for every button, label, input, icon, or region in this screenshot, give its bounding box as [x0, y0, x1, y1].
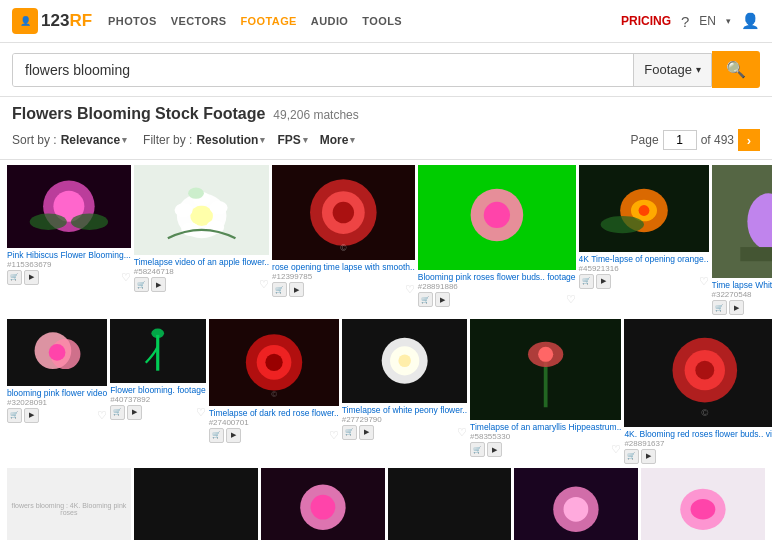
list-item[interactable]: © rose opening time lapse with smooth.. … [272, 165, 415, 315]
list-item[interactable] [514, 468, 638, 540]
nav-vectors[interactable]: VECTORS [171, 15, 227, 27]
list-item[interactable]: Time lapse White crocus in a bunch.. foo… [712, 165, 772, 315]
item-id: #32270548 [712, 290, 772, 299]
add-to-cart-icon[interactable]: 🛒 [7, 408, 22, 423]
thumbnail [470, 319, 621, 420]
nav-footage[interactable]: FOOTAGE [240, 15, 296, 27]
page-input[interactable] [663, 130, 697, 150]
add-to-cart-icon[interactable]: 🛒 [7, 270, 22, 285]
play-icon[interactable]: ▶ [359, 425, 374, 440]
list-item[interactable]: Flower blooming. footage #40737892 🛒 ▶ ♡ [110, 319, 205, 464]
play-icon[interactable]: ▶ [596, 274, 611, 289]
list-item[interactable] [388, 468, 512, 540]
match-count: 49,206 matches [273, 108, 358, 122]
add-to-cart-icon[interactable]: 🛒 [110, 405, 125, 420]
results-grid-row2: blooming pink flower video #32028091 🛒 ▶… [0, 317, 772, 466]
heart-icon[interactable]: ♡ [196, 406, 206, 419]
svg-point-33 [265, 354, 282, 371]
play-icon[interactable]: ▶ [24, 270, 39, 285]
thumbnail [579, 165, 709, 252]
list-item[interactable]: Timelapse video of an apple flower.. #58… [134, 165, 269, 315]
heart-icon[interactable]: ♡ [699, 275, 709, 288]
pricing-link[interactable]: PRICING [621, 14, 671, 28]
more-filter-button[interactable]: More ▾ [320, 133, 356, 147]
filter-bar: Sort by : Relevance ▾ Filter by : Resolu… [0, 125, 772, 160]
add-to-cart-icon[interactable]: 🛒 [134, 277, 149, 292]
add-to-cart-icon[interactable]: 🛒 [272, 282, 287, 297]
item-id: #115363679 [7, 260, 131, 269]
list-item[interactable]: © Timelapse of dark red rose flower.. #2… [209, 319, 339, 464]
heart-icon[interactable]: ♡ [97, 409, 107, 422]
logo[interactable]: 👤 123RF [12, 8, 92, 34]
list-item[interactable]: flowers blooming : 4K. Blooming pink ros… [7, 468, 131, 540]
play-icon[interactable]: ▶ [24, 408, 39, 423]
svg-rect-47 [388, 468, 512, 540]
lang-selector[interactable]: EN [699, 14, 716, 28]
list-item[interactable]: Timelapse of white peony flower.. #27729… [342, 319, 467, 464]
heart-icon[interactable]: ♡ [329, 429, 339, 442]
filter-label: Filter by : [143, 133, 192, 147]
svg-point-2 [30, 213, 67, 230]
heart-icon[interactable]: ♡ [457, 426, 467, 439]
heart-icon[interactable]: ♡ [611, 443, 621, 456]
list-item[interactable]: blooming pink flower video #32028091 🛒 ▶… [7, 319, 107, 464]
search-type-selector[interactable]: Footage ▾ [633, 54, 711, 86]
item-actions: 🛒 ▶ ♡ [272, 282, 415, 297]
svg-point-14 [333, 202, 354, 223]
page-of-label: of 493 [701, 133, 734, 147]
add-to-cart-icon[interactable]: 🛒 [418, 292, 433, 307]
list-item[interactable]: Blooming pink roses flower buds.. footag… [418, 165, 576, 315]
heart-icon[interactable]: ♡ [405, 283, 415, 296]
play-icon[interactable]: ▶ [641, 449, 656, 464]
thumbnail [388, 468, 512, 540]
nav-photos[interactable]: PHOTOS [108, 15, 157, 27]
heart-icon[interactable]: ♡ [566, 293, 576, 306]
play-icon[interactable]: ▶ [127, 405, 142, 420]
search-button[interactable]: 🔍 [712, 51, 760, 88]
svg-rect-26 [740, 247, 772, 261]
sort-relevance-button[interactable]: Relevance ▾ [61, 133, 127, 147]
item-id: #58246718 [134, 267, 269, 276]
nav-audio[interactable]: AUDIO [311, 15, 348, 27]
resolution-filter-button[interactable]: Resolution ▾ [196, 133, 265, 147]
item-actions: 🛒 ▶ ♡ [110, 405, 205, 420]
add-to-cart-icon[interactable]: 🛒 [470, 442, 485, 457]
fps-filter-button[interactable]: FPS ▾ [277, 133, 307, 147]
list-item[interactable]: Pink Hibiscus Flower Blooming... #115363… [7, 165, 131, 315]
list-item[interactable]: © 4K. Blooming red roses flower buds.. v… [624, 319, 772, 464]
fps-chevron-icon: ▾ [303, 135, 308, 145]
help-icon[interactable]: ? [681, 13, 689, 30]
add-to-cart-icon[interactable]: 🛒 [209, 428, 224, 443]
heart-icon[interactable]: ♡ [259, 278, 269, 291]
list-item[interactable] [261, 468, 385, 540]
item-actions: 🛒 ▶ ♡ [579, 274, 709, 289]
list-item[interactable] [134, 468, 258, 540]
thumbnail [342, 319, 467, 403]
list-item[interactable]: 4K Time-lapse of opening orange.. #45921… [579, 165, 709, 315]
play-icon[interactable]: ▶ [289, 282, 304, 297]
svg-point-23 [747, 193, 772, 250]
search-bar: Footage ▾ 🔍 [0, 43, 772, 97]
search-input[interactable] [13, 54, 633, 86]
svg-point-10 [174, 203, 192, 217]
heart-icon[interactable]: ♡ [121, 271, 131, 284]
nav-tools[interactable]: TOOLS [362, 15, 402, 27]
page-next-button[interactable]: › [738, 129, 760, 151]
play-icon[interactable]: ▶ [226, 428, 241, 443]
user-icon[interactable]: 👤 [741, 12, 760, 30]
add-to-cart-icon[interactable]: 🛒 [342, 425, 357, 440]
thumbnail [418, 165, 576, 270]
add-to-cart-icon[interactable]: 🛒 [624, 449, 639, 464]
svg-point-30 [152, 329, 165, 339]
play-icon[interactable]: ▶ [435, 292, 450, 307]
item-actions: 🛒 ▶ ♡ [624, 449, 772, 464]
add-to-cart-icon[interactable]: 🛒 [579, 274, 594, 289]
list-item[interactable]: Timelapse of an amaryllis Hippeastrum.. … [470, 319, 621, 464]
play-icon[interactable]: ▶ [151, 277, 166, 292]
play-icon[interactable]: ▶ [729, 300, 744, 315]
play-icon[interactable]: ▶ [487, 442, 502, 457]
list-item[interactable] [641, 468, 765, 540]
search-type-label: Footage [644, 62, 692, 77]
thumbnail [134, 165, 269, 255]
add-to-cart-icon[interactable]: 🛒 [712, 300, 727, 315]
